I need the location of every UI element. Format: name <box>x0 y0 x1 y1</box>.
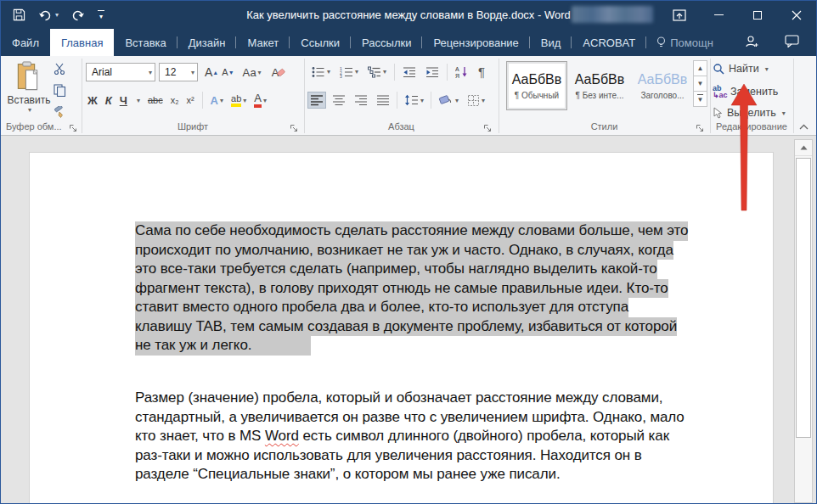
text-line: стандартный, а увеличивается он разве чт… <box>135 408 685 428</box>
show-paragraph-marks-button[interactable]: ¶ <box>476 63 487 81</box>
tab-references[interactable]: Ссылки <box>290 29 351 56</box>
find-button[interactable]: Найти ▾ <box>713 63 769 75</box>
text-line: раз-таки и можно использовать для увелич… <box>135 446 685 466</box>
tab-review[interactable]: Рецензирование <box>422 29 529 56</box>
font-color-button[interactable]: А▾ <box>254 92 267 108</box>
bullets-dropdown-arrow[interactable]: ▾ <box>327 68 330 76</box>
undo-dropdown-arrow[interactable]: ▾ <box>55 11 59 19</box>
customize-qat-icon[interactable]: ▾ <box>98 10 104 20</box>
selected-text-line: это все-таки требуется сделать (например… <box>135 260 657 279</box>
tab-view[interactable]: Вид <box>530 29 572 56</box>
multilevel-dropdown-arrow[interactable]: ▾ <box>383 68 386 76</box>
font-name-combo[interactable]: Arial▾ <box>86 63 155 81</box>
align-left-button[interactable] <box>308 92 325 108</box>
ribbon-tab-row: Файл Главная Вставка Дизайн Макет Ссылки… <box>1 29 816 56</box>
decrease-indent-button[interactable] <box>401 64 418 80</box>
tab-insert[interactable]: Вставка <box>114 29 177 56</box>
borders-button[interactable]: ▾ <box>465 92 487 109</box>
numbering-button[interactable]: 123 ▾ <box>338 64 360 80</box>
justify-button[interactable] <box>375 92 392 108</box>
collapse-ribbon-icon[interactable] <box>796 120 811 132</box>
cursor-arrow-icon <box>713 107 723 119</box>
subscript-button[interactable]: х₂ <box>171 95 179 105</box>
paste-button[interactable]: Вставить ▾ <box>8 61 50 122</box>
shading-button[interactable]: ▾ <box>437 92 460 109</box>
save-icon[interactable] <box>13 8 25 21</box>
find-dropdown-arrow[interactable]: ▾ <box>765 65 769 73</box>
bold-button[interactable]: Ж <box>87 94 98 107</box>
maximize-button[interactable] <box>738 1 777 29</box>
font-dialog-launcher-icon[interactable] <box>290 121 299 131</box>
tab-file[interactable]: Файл <box>1 29 50 56</box>
copy-icon[interactable] <box>54 84 66 100</box>
minimize-button[interactable] <box>699 1 738 29</box>
ribbon-display-options-icon[interactable] <box>660 1 699 29</box>
format-painter-icon[interactable] <box>54 106 66 122</box>
increase-indent-button[interactable] <box>424 64 441 80</box>
tab-design[interactable]: Дизайн <box>177 29 237 56</box>
style-card-no-spacing[interactable]: АаБбВв ¶ Без инте... <box>569 61 630 110</box>
misspelled-word: Word <box>265 428 299 444</box>
shading-dropdown-arrow[interactable]: ▾ <box>455 97 459 104</box>
shrink-font-button[interactable]: А▼ <box>222 67 234 77</box>
styles-gallery-more-icon[interactable]: ▼ <box>693 91 707 107</box>
line-spacing-dropdown-arrow[interactable]: ▾ <box>420 97 424 104</box>
underline-button[interactable]: Ч <box>120 94 127 107</box>
select-dropdown-arrow[interactable]: ▾ <box>782 109 786 117</box>
tab-acrobat[interactable]: ACROBAT <box>572 29 646 56</box>
undo-icon[interactable]: ▾ <box>38 9 59 21</box>
paragraph-2[interactable]: Размер (значение) пробела, который и обо… <box>135 389 685 484</box>
clipboard-dialog-launcher-icon[interactable] <box>69 121 78 131</box>
styles-dialog-launcher-icon[interactable] <box>696 121 705 131</box>
vertical-scrollbar[interactable] <box>794 139 813 503</box>
font-group-label: Шрифт <box>82 121 304 132</box>
clear-formatting-button[interactable]: А <box>272 66 286 79</box>
styles-scroll-up-icon[interactable]: ▲ <box>693 60 707 76</box>
scrollbar-thumb[interactable] <box>796 158 811 438</box>
numbering-dropdown-arrow[interactable]: ▾ <box>355 68 358 76</box>
style-card-heading1[interactable]: АаБбВв Заголово... <box>632 61 693 110</box>
italic-button[interactable]: К <box>105 94 112 107</box>
paragraph-dialog-launcher-icon[interactable] <box>483 121 493 131</box>
font-name-dropdown-arrow[interactable]: ▾ <box>144 69 152 76</box>
share-person-icon[interactable] <box>745 35 759 51</box>
grow-font-button[interactable]: А▲ <box>205 65 218 79</box>
styles-scroll-down-icon[interactable]: ▼ <box>693 76 707 92</box>
line-spacing-button[interactable]: ▾ <box>403 92 425 108</box>
bullets-button[interactable]: ▾ <box>310 64 332 80</box>
selected-text-line: ставит вместо одного пробела два и более… <box>135 298 628 317</box>
selected-text-line: не так уж и легко. <box>135 336 311 356</box>
underline-dropdown-arrow[interactable]: ▾ <box>137 97 140 104</box>
font-size-combo[interactable]: 12▾ <box>159 63 198 81</box>
paragraph-group-label: Абзац <box>304 121 499 132</box>
text-effects-button[interactable]: А▾ <box>211 94 223 107</box>
font-size-dropdown-arrow[interactable]: ▾ <box>187 69 194 76</box>
style-card-normal[interactable]: АаБбВв ¶ Обычный <box>506 61 567 110</box>
tab-home[interactable]: Главная <box>50 29 114 56</box>
replace-icon: ab↳ac <box>713 85 726 98</box>
tab-mailings[interactable]: Рассылки <box>351 29 422 56</box>
close-button[interactable] <box>777 1 816 29</box>
document-page[interactable]: Сама по себе необходимость сделать расст… <box>29 152 774 504</box>
document-area: Сама по себе необходимость сделать расст… <box>1 137 816 503</box>
title-bar: ▾ ▾ Как увеличить расстояние между слова… <box>1 1 816 29</box>
tab-layout[interactable]: Макет <box>236 29 290 56</box>
align-right-button[interactable] <box>352 92 369 108</box>
paragraph-selected[interactable]: Сама по себе необходимость сделать расст… <box>135 221 688 356</box>
paste-dropdown-arrow[interactable]: ▾ <box>28 106 31 114</box>
tell-me-box[interactable]: Помощн <box>646 29 724 56</box>
text-highlight-button[interactable]: ab▾ <box>231 93 246 107</box>
strikethrough-button[interactable]: abc <box>148 95 163 105</box>
cut-icon[interactable] <box>54 63 66 78</box>
search-icon <box>713 63 724 75</box>
borders-dropdown-arrow[interactable]: ▾ <box>482 97 485 104</box>
multilevel-list-button[interactable]: ▾ <box>366 64 388 80</box>
change-case-button[interactable]: Аа▾ <box>243 66 262 79</box>
redo-icon[interactable] <box>71 9 85 21</box>
superscript-button[interactable]: х² <box>186 95 194 105</box>
ribbon: Вставить ▾ Буфер обм... Arial▾ 12▾ А▲ А▼… <box>1 56 816 136</box>
sort-button[interactable]: АЯ <box>454 64 470 80</box>
align-center-button[interactable] <box>330 92 347 108</box>
scroll-up-icon[interactable] <box>795 140 812 156</box>
comments-icon[interactable] <box>785 35 799 50</box>
